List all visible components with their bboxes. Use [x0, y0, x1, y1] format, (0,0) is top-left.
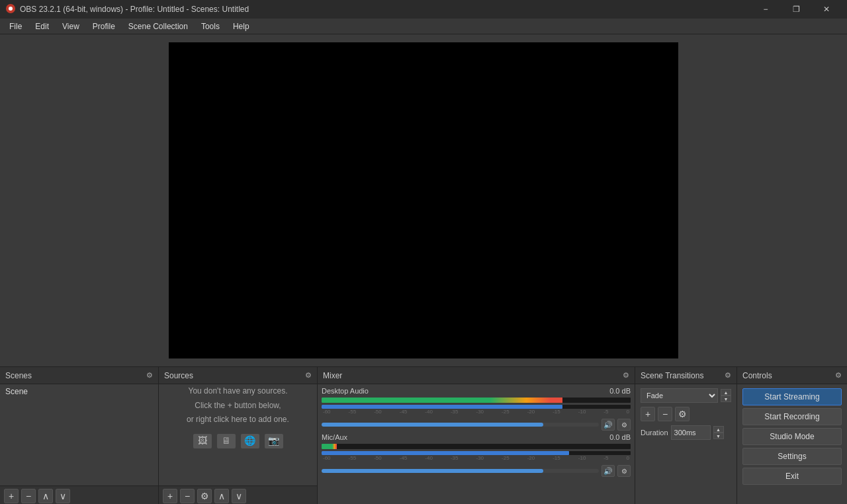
transitions-settings-button[interactable]: ⚙ [675, 407, 690, 421]
settings-button[interactable]: Settings [742, 448, 842, 465]
bottom-panels: Scenes ⚙ Scene + − ∧ ∨ Sources ⚙ You don… [0, 366, 847, 504]
desktop-audio-level-blue-fill [322, 405, 562, 409]
sources-up-button[interactable]: ∧ [214, 489, 229, 503]
desktop-audio-ticks: -60-55-50-45-40-35-30-25-20-15-10-50 [322, 409, 631, 415]
mic-aux-volume-slider[interactable] [322, 469, 599, 473]
sources-settings-button[interactable]: ⚙ [197, 489, 212, 503]
menu-view[interactable]: View [56, 19, 86, 34]
sources-remove-button[interactable]: − [180, 489, 195, 503]
duration-arrow-down[interactable]: ▼ [713, 433, 724, 439]
fade-select-wrap: Fade ▲ ▼ [641, 388, 731, 403]
mixer-track-mic-header: Mic/Aux 0.0 dB [322, 433, 631, 441]
scenes-panel-gear-icon[interactable]: ⚙ [146, 371, 153, 380]
desktop-audio-controls: 🔊 ⚙ [322, 419, 631, 431]
transitions-panel-title: Scene Transitions [641, 371, 703, 380]
mixer-panel-content: Desktop Audio 0.0 dB -60-55-50-45-40-35-… [318, 384, 635, 504]
transitions-panel-gear-icon[interactable]: ⚙ [725, 371, 731, 380]
duration-arrows: ▲ ▼ [713, 426, 724, 439]
controls-panel-title: Controls [742, 371, 772, 380]
fade-select[interactable]: Fade [641, 388, 718, 403]
menu-scene-collection[interactable]: Scene Collection [122, 19, 195, 34]
duration-input[interactable] [671, 425, 711, 440]
mic-aux-level-fill [322, 444, 337, 449]
mic-aux-level-blue-fill [322, 451, 569, 455]
mic-aux-meter: -60-55-50-45-40-35-30-25-20-15-10-50 [322, 444, 631, 461]
minimize-button[interactable]: − [750, 0, 781, 19]
controls-panel-content: Start Streaming Start Recording Studio M… [737, 384, 847, 504]
desktop-audio-mute-button[interactable]: 🔊 [602, 419, 615, 431]
sources-empty-line2: Click the + button below, [195, 399, 281, 413]
scene-item[interactable]: Scene [0, 384, 158, 399]
transitions-panel-header: Scene Transitions ⚙ [635, 367, 736, 384]
source-icon-image: 🖼 [193, 434, 212, 448]
duration-arrow-up[interactable]: ▲ [713, 426, 724, 433]
sources-down-button[interactable]: ∨ [232, 489, 246, 503]
start-streaming-button[interactable]: Start Streaming [742, 388, 842, 405]
mixer-content: Desktop Audio 0.0 dB -60-55-50-45-40-35-… [318, 384, 635, 480]
mixer-track-desktop-header: Desktop Audio 0.0 dB [322, 387, 631, 395]
menu-file[interactable]: File [3, 19, 28, 34]
mic-aux-settings-button[interactable]: ⚙ [617, 465, 631, 477]
titlebar: OBS 23.2.1 (64-bit, windows) - Profile: … [0, 0, 847, 19]
menu-tools[interactable]: Tools [195, 19, 226, 34]
scenes-toolbar: + − ∧ ∨ [0, 485, 158, 504]
scenes-add-button[interactable]: + [4, 489, 19, 503]
mixer-track-desktop: Desktop Audio 0.0 dB -60-55-50-45-40-35-… [322, 387, 631, 431]
maximize-button[interactable]: ❐ [781, 0, 811, 19]
mic-aux-db: 0.0 dB [609, 433, 631, 441]
desktop-audio-volume-slider[interactable] [322, 423, 599, 427]
transitions-remove-button[interactable]: − [658, 407, 672, 421]
duration-label: Duration [641, 429, 668, 437]
desktop-audio-settings-button[interactable]: ⚙ [617, 419, 631, 431]
transitions-panel: Scene Transitions ⚙ Fade ▲ ▼ + − ⚙ [635, 367, 737, 504]
mixer-panel: Mixer ⚙ Desktop Audio 0.0 dB [318, 367, 635, 504]
desktop-audio-level-green [322, 398, 631, 403]
sources-icons-row: 🖼 🖥 🌐 📷 [193, 434, 283, 448]
mic-aux-ticks: -60-55-50-45-40-35-30-25-20-15-10-50 [322, 455, 631, 461]
mixer-panel-header: Mixer ⚙ [318, 367, 635, 384]
transitions-toolbar: + − ⚙ [641, 407, 731, 421]
desktop-audio-level-blue [322, 405, 631, 409]
sources-empty-state: You don't have any sources. Click the + … [159, 384, 317, 448]
transitions-add-button[interactable]: + [641, 407, 655, 421]
exit-button[interactable]: Exit [742, 468, 842, 485]
sources-panel-title: Sources [164, 371, 193, 380]
fade-arrow-down[interactable]: ▼ [721, 396, 731, 402]
titlebar-controls: − ❐ ✕ [750, 0, 842, 19]
duration-row: Duration ▲ ▼ [641, 425, 731, 440]
scenes-down-button[interactable]: ∨ [56, 489, 70, 503]
scenes-panel-content: Scene [0, 384, 158, 485]
source-icon-browser: 🌐 [241, 434, 259, 448]
menu-profile[interactable]: Profile [86, 19, 122, 34]
close-button[interactable]: ✕ [811, 0, 842, 19]
menubar: File Edit View Profile Scene Collection … [0, 19, 847, 34]
transitions-panel-content: Fade ▲ ▼ + − ⚙ Duration ▲ [635, 384, 736, 504]
mic-aux-volume-fill [322, 469, 543, 473]
controls-content: Start Streaming Start Recording Studio M… [737, 384, 847, 489]
sources-panel-header: Sources ⚙ [159, 367, 317, 384]
controls-panel-gear-icon[interactable]: ⚙ [835, 371, 842, 380]
source-icon-display: 🖥 [217, 434, 236, 448]
desktop-audio-db: 0.0 dB [609, 387, 631, 395]
sources-add-button[interactable]: + [163, 489, 177, 503]
titlebar-title: OBS 23.2.1 (64-bit, windows) - Profile: … [20, 5, 249, 14]
scenes-up-button[interactable]: ∧ [38, 489, 53, 503]
menu-edit[interactable]: Edit [28, 19, 56, 34]
mixer-panel-gear-icon[interactable]: ⚙ [623, 371, 629, 380]
source-icon-camera: 📷 [265, 434, 283, 448]
preview-canvas [169, 42, 678, 358]
mic-aux-level-blue [322, 451, 631, 455]
mic-aux-mute-button[interactable]: 🔊 [602, 465, 615, 477]
desktop-audio-volume-fill [322, 423, 543, 427]
fade-select-arrows: ▲ ▼ [721, 389, 731, 402]
sources-empty-line3: or right click here to add one. [187, 413, 289, 427]
sources-panel-gear-icon[interactable]: ⚙ [305, 371, 312, 380]
fade-arrow-up[interactable]: ▲ [721, 389, 731, 396]
start-recording-button[interactable]: Start Recording [742, 408, 842, 425]
menu-help[interactable]: Help [226, 19, 256, 34]
desktop-audio-label: Desktop Audio [322, 387, 369, 395]
svg-point-1 [9, 7, 13, 11]
controls-panel: Controls ⚙ Start Streaming Start Recordi… [737, 367, 847, 504]
scenes-remove-button[interactable]: − [21, 489, 36, 503]
studio-mode-button[interactable]: Studio Mode [742, 428, 842, 445]
